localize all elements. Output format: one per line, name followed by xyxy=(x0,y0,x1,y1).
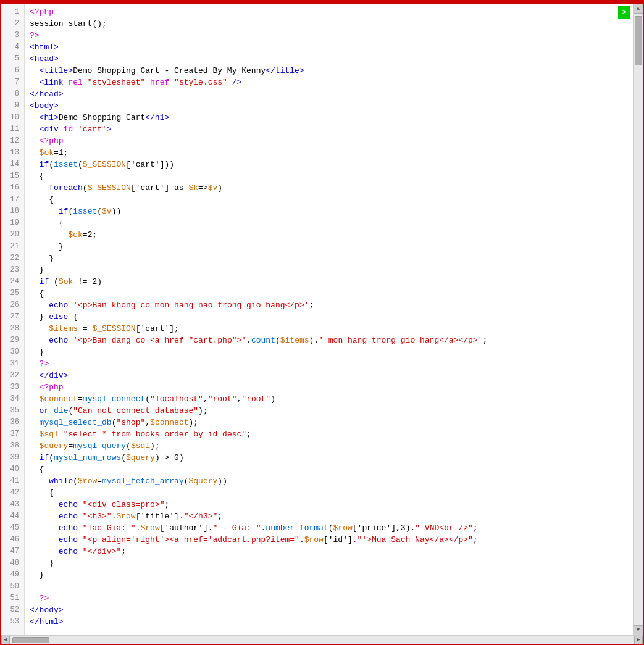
code-token: ; xyxy=(309,301,314,310)
code-token: Demo Shopping Cart - Created By My Kenny xyxy=(73,66,266,75)
code-token: $row xyxy=(78,476,97,486)
line-number: 2 xyxy=(1,18,24,30)
code-token xyxy=(30,394,40,404)
code-line: ?> xyxy=(30,358,633,370)
code-token: $sql xyxy=(131,441,150,451)
code-token: { xyxy=(30,488,54,497)
bottom-bar: ◄ ► xyxy=(1,635,643,644)
code-token: ; xyxy=(473,535,478,544)
horizontal-scrollbar[interactable]: ◄ ► xyxy=(1,636,643,644)
line-number: 40 xyxy=(1,464,24,475)
vertical-scrollbar[interactable]: ▲ ▼ xyxy=(633,4,643,635)
line-number: 6 xyxy=(1,65,24,77)
line-number: 13 xyxy=(1,147,24,159)
code-token: ['cart'] as xyxy=(131,183,189,193)
code-token: $ok xyxy=(59,277,73,286)
code-token: { xyxy=(30,172,44,181)
code-token: echo xyxy=(49,301,68,310)
scroll-track[interactable] xyxy=(634,14,643,625)
code-token: = xyxy=(73,125,78,134)
code-token: or xyxy=(40,406,49,415)
code-token: ( xyxy=(78,160,83,169)
scroll-left-button[interactable]: ◄ xyxy=(1,636,10,644)
code-token: ( xyxy=(121,453,126,462)
code-token: Demo Shopping Cart xyxy=(59,113,145,122)
code-line: ?> xyxy=(30,30,633,41)
code-line: } xyxy=(30,346,633,358)
code-token: ." xyxy=(353,535,362,544)
line-number: 42 xyxy=(1,487,24,499)
code-line: <?php xyxy=(30,381,633,393)
code-token: ; xyxy=(121,547,126,556)
code-line: { xyxy=(30,194,633,206)
code-line: echo "Tac Gia: ".$row['author']." - Gia:… xyxy=(30,522,633,534)
code-line xyxy=(30,581,633,593)
code-token: = xyxy=(97,476,102,486)
code-token: } xyxy=(30,254,54,263)
code-token xyxy=(30,207,59,216)
scroll-up-button[interactable]: ▲ xyxy=(634,4,643,14)
line-number: 50 xyxy=(1,581,24,593)
code-token: $_SESSION xyxy=(88,183,131,193)
scroll-h-thumb[interactable] xyxy=(12,637,49,643)
code-token: '<p>Ban dang co <a href="cart.php">' xyxy=(73,336,246,345)
code-token: isset xyxy=(73,207,97,216)
line-number: 26 xyxy=(1,299,24,311)
code-token xyxy=(30,230,68,239)
code-line: $connect=mysql_connect("localhost","root… xyxy=(30,393,633,405)
scroll-thumb[interactable] xyxy=(635,16,642,65)
code-line: $items = $_SESSION['cart']; xyxy=(30,323,633,335)
code-token xyxy=(30,547,59,556)
code-token: } xyxy=(30,265,44,275)
code-token: ; xyxy=(473,523,478,533)
code-token: <body> xyxy=(30,101,59,110)
line-number: 23 xyxy=(1,264,24,276)
code-token xyxy=(30,476,49,486)
line-number: 34 xyxy=(1,393,24,405)
line-number: 43 xyxy=(1,499,24,510)
code-token: $v xyxy=(102,207,112,216)
scroll-down-button[interactable]: ▼ xyxy=(634,625,643,635)
code-token: "<div class=pro>" xyxy=(83,500,165,509)
code-token: $k xyxy=(188,183,198,193)
code-token: </div> xyxy=(30,371,68,380)
code-token xyxy=(78,535,83,544)
code-token: "style.css" xyxy=(174,78,227,87)
code-token: </html> xyxy=(30,617,64,626)
code-token: ( xyxy=(275,336,280,345)
code-token: mysql_select_db xyxy=(40,418,112,427)
code-token: ; xyxy=(246,430,251,439)
code-token: } xyxy=(30,570,44,580)
code-token: =2; xyxy=(83,230,97,239)
code-token: ( xyxy=(83,183,88,193)
code-line: echo "</div>"; xyxy=(30,546,633,557)
line-number: 3 xyxy=(1,30,24,41)
code-line: </head> xyxy=(30,88,633,100)
code-token: <h1> xyxy=(30,113,59,122)
code-token: isset xyxy=(54,160,78,169)
code-area[interactable]: <?phpsession_start();?><html><head> <tit… xyxy=(25,4,633,635)
code-line: <h1>Demo Shopping Cart</h1> xyxy=(30,112,633,123)
code-line: } else { xyxy=(30,311,633,323)
scroll-h-track[interactable] xyxy=(10,636,634,644)
scroll-right-button[interactable]: ► xyxy=(634,636,643,644)
code-token: "root" xyxy=(241,394,270,404)
code-token: { xyxy=(68,312,78,322)
run-button[interactable]: > xyxy=(618,6,630,19)
code-line: if ($ok != 2) xyxy=(30,276,633,288)
code-line: $ok=1; xyxy=(30,147,633,159)
line-number: 12 xyxy=(1,135,24,147)
code-token: ( xyxy=(49,277,59,286)
code-token xyxy=(30,453,40,462)
code-line: } xyxy=(30,264,633,276)
line-number: 22 xyxy=(1,252,24,264)
code-token: ( xyxy=(328,523,333,533)
line-number: 30 xyxy=(1,346,24,358)
code-token xyxy=(30,336,49,345)
code-token: } xyxy=(30,347,44,357)
code-token: ?> xyxy=(30,31,40,40)
code-line: { xyxy=(30,288,633,299)
code-token: $row xyxy=(333,523,353,533)
code-token: <div xyxy=(30,125,64,134)
code-line: session_start(); xyxy=(30,18,633,30)
